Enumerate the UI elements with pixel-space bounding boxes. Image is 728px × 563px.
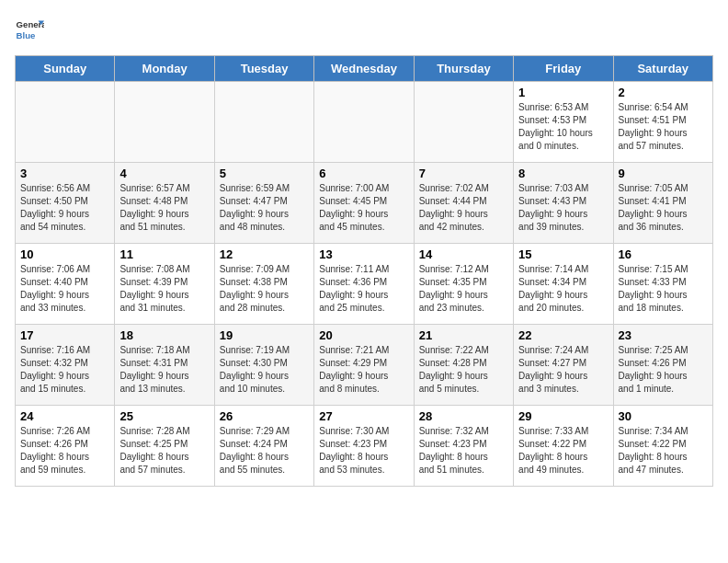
- calendar-table: SundayMondayTuesdayWednesdayThursdayFrid…: [15, 55, 713, 487]
- calendar-cell-w1d5: 8Sunrise: 7:03 AM Sunset: 4:43 PM Daylig…: [514, 163, 613, 244]
- day-number: 21: [419, 328, 508, 342]
- day-info: Sunrise: 7:19 AM Sunset: 4:30 PM Dayligh…: [220, 344, 309, 396]
- weekday-header-saturday: Saturday: [613, 56, 712, 82]
- calendar-cell-w1d3: 6Sunrise: 7:00 AM Sunset: 4:45 PM Daylig…: [314, 163, 414, 244]
- weekday-header-wednesday: Wednesday: [314, 56, 414, 82]
- day-info: Sunrise: 6:56 AM Sunset: 4:50 PM Dayligh…: [20, 182, 109, 234]
- day-number: 22: [518, 328, 608, 342]
- weekday-header-thursday: Thursday: [414, 56, 513, 82]
- calendar-cell-w4d4: 28Sunrise: 7:32 AM Sunset: 4:23 PM Dayli…: [414, 406, 513, 487]
- calendar-cell-w3d6: 23Sunrise: 7:25 AM Sunset: 4:26 PM Dayli…: [613, 325, 712, 406]
- day-number: 27: [319, 409, 408, 423]
- day-info: Sunrise: 7:25 AM Sunset: 4:26 PM Dayligh…: [619, 344, 708, 396]
- day-number: 29: [518, 409, 608, 423]
- calendar-cell-w0d6: 2Sunrise: 6:54 AM Sunset: 4:51 PM Daylig…: [613, 82, 712, 163]
- day-info: Sunrise: 7:03 AM Sunset: 4:43 PM Dayligh…: [518, 182, 608, 234]
- day-number: 11: [119, 247, 209, 261]
- day-info: Sunrise: 7:34 AM Sunset: 4:22 PM Dayligh…: [619, 425, 708, 477]
- calendar-cell-w4d0: 24Sunrise: 7:26 AM Sunset: 4:26 PM Dayli…: [16, 406, 115, 487]
- day-number: 19: [220, 328, 309, 342]
- day-info: Sunrise: 6:59 AM Sunset: 4:47 PM Dayligh…: [220, 182, 309, 234]
- calendar-cell-w1d1: 4Sunrise: 6:57 AM Sunset: 4:48 PM Daylig…: [115, 163, 214, 244]
- day-info: Sunrise: 7:26 AM Sunset: 4:26 PM Dayligh…: [20, 425, 109, 477]
- day-info: Sunrise: 7:00 AM Sunset: 4:45 PM Dayligh…: [319, 182, 408, 234]
- day-number: 16: [619, 247, 708, 261]
- calendar-cell-w3d1: 18Sunrise: 7:18 AM Sunset: 4:31 PM Dayli…: [115, 325, 214, 406]
- day-number: 14: [419, 247, 508, 261]
- day-info: Sunrise: 6:53 AM Sunset: 4:53 PM Dayligh…: [518, 101, 608, 153]
- day-info: Sunrise: 7:28 AM Sunset: 4:25 PM Dayligh…: [119, 425, 209, 477]
- calendar-cell-w2d2: 12Sunrise: 7:09 AM Sunset: 4:38 PM Dayli…: [214, 244, 313, 325]
- calendar-cell-w0d1: [115, 82, 214, 163]
- calendar-cell-w4d5: 29Sunrise: 7:33 AM Sunset: 4:22 PM Dayli…: [514, 406, 613, 487]
- day-info: Sunrise: 7:22 AM Sunset: 4:28 PM Dayligh…: [419, 344, 508, 396]
- calendar-cell-w0d0: [16, 82, 115, 163]
- weekday-header-sunday: Sunday: [16, 56, 115, 82]
- day-number: 7: [419, 167, 508, 180]
- day-number: 5: [220, 167, 309, 180]
- calendar-cell-w3d2: 19Sunrise: 7:19 AM Sunset: 4:30 PM Dayli…: [214, 325, 313, 406]
- calendar-cell-w2d1: 11Sunrise: 7:08 AM Sunset: 4:39 PM Dayli…: [115, 244, 214, 325]
- day-info: Sunrise: 7:32 AM Sunset: 4:23 PM Dayligh…: [419, 425, 508, 477]
- calendar-cell-w4d3: 27Sunrise: 7:30 AM Sunset: 4:23 PM Dayli…: [314, 406, 414, 487]
- day-number: 8: [518, 167, 608, 180]
- day-number: 24: [20, 409, 109, 423]
- day-number: 17: [20, 328, 109, 342]
- day-info: Sunrise: 7:05 AM Sunset: 4:41 PM Dayligh…: [619, 182, 708, 234]
- svg-text:Blue: Blue: [17, 30, 36, 40]
- calendar-cell-w3d4: 21Sunrise: 7:22 AM Sunset: 4:28 PM Dayli…: [414, 325, 513, 406]
- calendar-cell-w0d4: [414, 82, 513, 163]
- calendar-cell-w2d0: 10Sunrise: 7:06 AM Sunset: 4:40 PM Dayli…: [16, 244, 115, 325]
- calendar-cell-w3d0: 17Sunrise: 7:16 AM Sunset: 4:32 PM Dayli…: [16, 325, 115, 406]
- day-info: Sunrise: 6:54 AM Sunset: 4:51 PM Dayligh…: [619, 101, 708, 153]
- day-number: 23: [619, 328, 708, 342]
- weekday-header-monday: Monday: [115, 56, 214, 82]
- calendar-cell-w4d2: 26Sunrise: 7:29 AM Sunset: 4:24 PM Dayli…: [214, 406, 313, 487]
- calendar-cell-w2d3: 13Sunrise: 7:11 AM Sunset: 4:36 PM Dayli…: [314, 244, 414, 325]
- day-info: Sunrise: 7:14 AM Sunset: 4:34 PM Dayligh…: [518, 263, 608, 315]
- day-number: 26: [220, 409, 309, 423]
- calendar-cell-w2d6: 16Sunrise: 7:15 AM Sunset: 4:33 PM Dayli…: [613, 244, 712, 325]
- calendar-cell-w1d2: 5Sunrise: 6:59 AM Sunset: 4:47 PM Daylig…: [214, 163, 313, 244]
- day-number: 13: [319, 247, 408, 261]
- calendar-cell-w1d6: 9Sunrise: 7:05 AM Sunset: 4:41 PM Daylig…: [613, 163, 712, 244]
- day-info: Sunrise: 7:30 AM Sunset: 4:23 PM Dayligh…: [319, 425, 408, 477]
- day-info: Sunrise: 7:33 AM Sunset: 4:22 PM Dayligh…: [518, 425, 608, 477]
- day-number: 28: [419, 409, 508, 423]
- calendar-cell-w0d3: [314, 82, 414, 163]
- day-number: 25: [119, 409, 209, 423]
- day-number: 3: [20, 167, 109, 180]
- logo: General Blue: [15, 15, 48, 44]
- day-number: 6: [319, 167, 408, 180]
- calendar-cell-w1d0: 3Sunrise: 6:56 AM Sunset: 4:50 PM Daylig…: [16, 163, 115, 244]
- day-number: 15: [518, 247, 608, 261]
- day-info: Sunrise: 7:08 AM Sunset: 4:39 PM Dayligh…: [119, 263, 209, 315]
- day-info: Sunrise: 7:16 AM Sunset: 4:32 PM Dayligh…: [20, 344, 109, 396]
- calendar-cell-w1d4: 7Sunrise: 7:02 AM Sunset: 4:44 PM Daylig…: [414, 163, 513, 244]
- day-info: Sunrise: 7:12 AM Sunset: 4:35 PM Dayligh…: [419, 263, 508, 315]
- day-info: Sunrise: 7:06 AM Sunset: 4:40 PM Dayligh…: [20, 263, 109, 315]
- header: General Blue: [15, 15, 713, 44]
- day-number: 2: [619, 86, 708, 99]
- day-info: Sunrise: 7:02 AM Sunset: 4:44 PM Dayligh…: [419, 182, 508, 234]
- day-number: 9: [619, 167, 708, 180]
- day-info: Sunrise: 7:21 AM Sunset: 4:29 PM Dayligh…: [319, 344, 408, 396]
- calendar-cell-w3d5: 22Sunrise: 7:24 AM Sunset: 4:27 PM Dayli…: [514, 325, 613, 406]
- day-info: Sunrise: 7:29 AM Sunset: 4:24 PM Dayligh…: [220, 425, 309, 477]
- day-number: 4: [119, 167, 209, 180]
- day-info: Sunrise: 7:24 AM Sunset: 4:27 PM Dayligh…: [518, 344, 608, 396]
- day-info: Sunrise: 6:57 AM Sunset: 4:48 PM Dayligh…: [119, 182, 209, 234]
- calendar-cell-w4d1: 25Sunrise: 7:28 AM Sunset: 4:25 PM Dayli…: [115, 406, 214, 487]
- day-info: Sunrise: 7:09 AM Sunset: 4:38 PM Dayligh…: [220, 263, 309, 315]
- calendar-cell-w4d6: 30Sunrise: 7:34 AM Sunset: 4:22 PM Dayli…: [613, 406, 712, 487]
- day-number: 1: [518, 86, 608, 99]
- day-number: 20: [319, 328, 408, 342]
- day-number: 10: [20, 247, 109, 261]
- day-number: 18: [119, 328, 209, 342]
- weekday-header-friday: Friday: [514, 56, 613, 82]
- day-info: Sunrise: 7:15 AM Sunset: 4:33 PM Dayligh…: [619, 263, 708, 315]
- calendar-cell-w0d2: [214, 82, 313, 163]
- weekday-header-tuesday: Tuesday: [214, 56, 313, 82]
- day-number: 12: [220, 247, 309, 261]
- day-info: Sunrise: 7:11 AM Sunset: 4:36 PM Dayligh…: [319, 263, 408, 315]
